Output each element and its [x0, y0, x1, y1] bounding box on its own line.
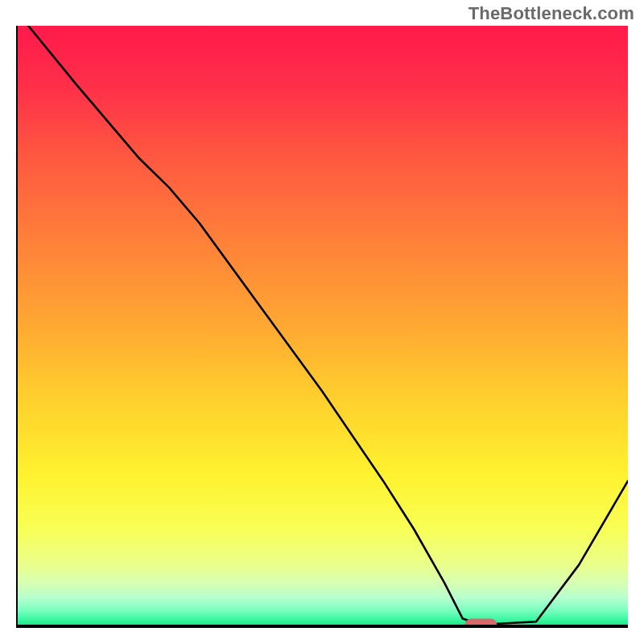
- plot-area: [16, 26, 628, 628]
- gradient-background: [16, 26, 628, 625]
- watermark-label: TheBottleneck.com: [469, 3, 634, 24]
- bottleneck-chart: [16, 26, 628, 628]
